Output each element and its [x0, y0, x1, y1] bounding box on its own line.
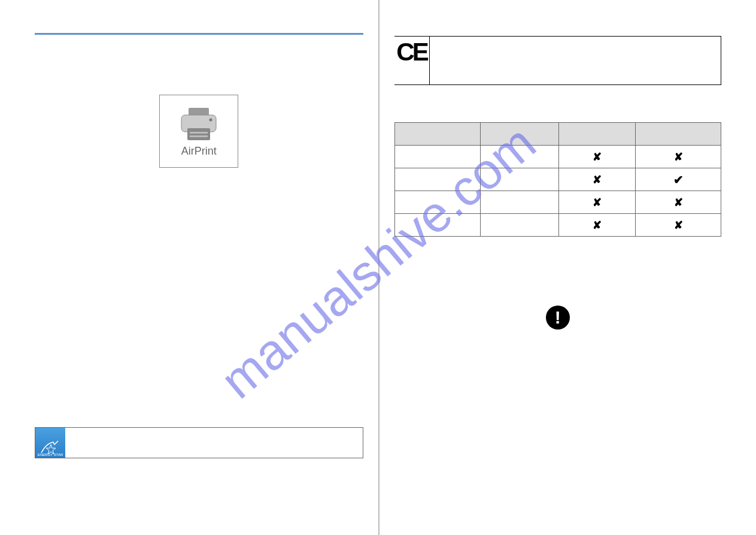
svg-point-3	[210, 118, 212, 121]
table-cell: ✘	[636, 146, 721, 168]
table-header	[636, 123, 721, 146]
table-cell: ✘	[636, 191, 721, 214]
table-header	[558, 123, 636, 146]
x-icon: ✘	[593, 151, 602, 163]
ce-mark-box: CE	[394, 36, 722, 85]
ce-mark-cell: CE	[394, 37, 430, 84]
table-cell	[480, 191, 558, 214]
check-icon: ✔	[673, 173, 684, 186]
x-icon: ✘	[674, 197, 683, 208]
svg-rect-5	[190, 132, 208, 134]
table-row: ✘ ✘	[394, 214, 721, 237]
ce-mark-icon: CE	[396, 38, 426, 67]
compatibility-table: ✘ ✘ ✘ ✔ ✘ ✘ ✘ ✘	[394, 122, 722, 237]
svg-rect-6	[190, 135, 208, 137]
warning-icon: !	[546, 306, 570, 330]
x-icon: ✘	[593, 219, 602, 231]
airprint-label: AirPrint	[181, 145, 217, 158]
ce-description-cell	[430, 37, 721, 84]
table-cell: ✘	[636, 214, 721, 237]
table-cell	[480, 214, 558, 237]
table-cell	[480, 146, 558, 168]
energy-star-description-cell	[65, 428, 363, 458]
x-icon: ✘	[674, 151, 683, 163]
x-icon: ✘	[674, 219, 683, 231]
table-row: ✘ ✔	[394, 168, 721, 191]
table-cell	[394, 214, 480, 237]
energy-star-badge: ENERGY STAR	[35, 428, 65, 458]
svg-rect-4	[187, 128, 210, 140]
x-icon: ✘	[593, 174, 602, 186]
table-cell: ✘	[558, 168, 636, 191]
energy-star-box: ENERGY STAR	[35, 427, 363, 458]
table-cell: ✘	[558, 214, 636, 237]
heading-divider	[35, 33, 363, 35]
table-cell	[394, 191, 480, 214]
table-cell: ✘	[558, 191, 636, 214]
table-header	[394, 123, 480, 146]
table-cell	[394, 168, 480, 191]
right-column: CE ✘ ✘ ✘ ✔	[378, 0, 757, 535]
table-row: ✘ ✘	[394, 146, 721, 168]
table-header-row	[394, 123, 721, 146]
airprint-logo-box: AirPrint	[159, 95, 238, 168]
page-container: AirPrint ENERGY STAR CE	[0, 0, 756, 535]
left-column: AirPrint ENERGY STAR	[0, 0, 378, 535]
printer-icon	[178, 107, 220, 143]
table-cell	[394, 146, 480, 168]
table-cell: ✔	[636, 168, 721, 191]
table-header	[480, 123, 558, 146]
exclamation-mark: !	[555, 307, 561, 328]
x-icon: ✘	[593, 197, 602, 208]
table-cell: ✘	[558, 146, 636, 168]
table-row: ✘ ✘	[394, 191, 721, 214]
table-cell	[480, 168, 558, 191]
